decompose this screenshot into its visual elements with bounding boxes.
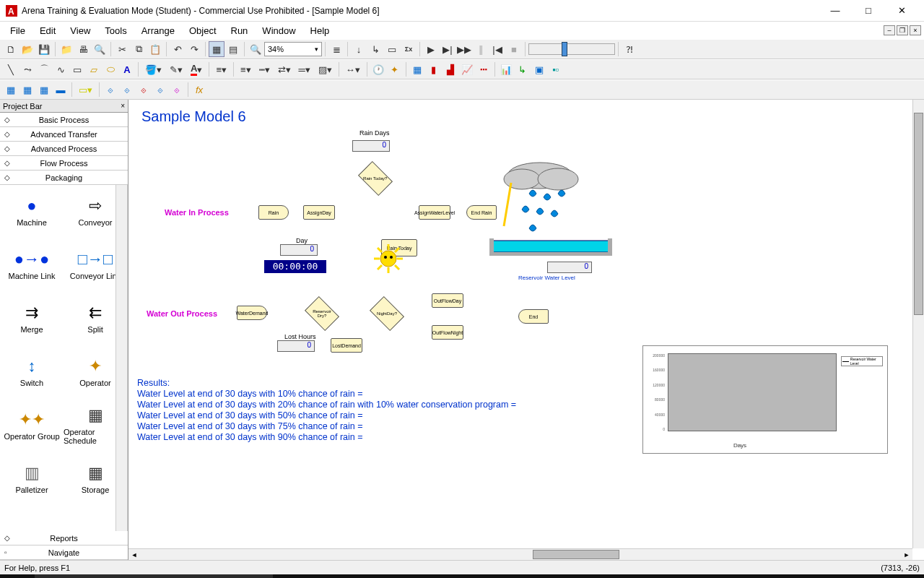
context-help-button[interactable]: ⁈ (622, 41, 637, 57)
minimize-button[interactable]: — (819, 0, 852, 22)
menu-file[interactable]: File (3, 23, 32, 38)
anim-route-icon[interactable]: ⟐ (119, 82, 135, 98)
text-color-button[interactable]: A▾ (187, 61, 206, 77)
template-basic-process[interactable]: Basic Process (0, 113, 128, 127)
line-weight-button[interactable]: ≡▾ (237, 61, 255, 77)
print-preview-button[interactable]: 🔍 (92, 41, 108, 57)
fast-forward-button[interactable]: ▶▶ (456, 41, 472, 57)
palette-scrollbar[interactable] (116, 185, 127, 531)
line-style-button[interactable]: ≡▾ (212, 61, 230, 77)
anim-promote-icon[interactable]: fx (191, 82, 207, 98)
menu-run[interactable]: Run (224, 23, 256, 38)
line-tool[interactable]: ╲ (3, 61, 19, 77)
connect-down-button[interactable]: ↓ (351, 41, 367, 57)
polygon-tool[interactable]: ▱ (86, 61, 102, 77)
level-icon[interactable]: ▮ (426, 61, 442, 77)
anim-segment-icon[interactable]: ⟐ (136, 82, 152, 98)
module-rain[interactable]: Rain (258, 205, 289, 220)
layers-button[interactable]: ≣ (328, 41, 344, 57)
template-advanced-process[interactable]: Advanced Process (0, 142, 128, 156)
variables-button[interactable]: Σx (401, 41, 417, 57)
paste-button[interactable]: 📋 (147, 41, 163, 57)
mdi-restore-button[interactable]: ❐ (897, 25, 908, 35)
menu-edit[interactable]: Edit (32, 23, 63, 38)
anim-storage-icon[interactable]: ▦ (19, 82, 35, 98)
fill-color-button[interactable]: 🪣▾ (141, 61, 165, 77)
palette-operator-group[interactable]: ✦✦Operator Group (0, 399, 64, 452)
queue-icon[interactable]: ▪▪▪ (476, 61, 492, 77)
print-button[interactable]: 🖶 (75, 41, 91, 57)
module-water-demand[interactable]: WaterDemand (237, 306, 267, 320)
arrow-style-button[interactable]: ⇄▾ (274, 61, 295, 77)
go-button[interactable]: ▶ (423, 41, 439, 57)
module-reservoir-dry[interactable]: Reservoir Dry? (305, 296, 339, 331)
plot-icon[interactable]: 📈 (459, 61, 475, 77)
rectangle-tool[interactable]: ▭ (69, 61, 85, 77)
template-navigate[interactable]: Navigate (0, 545, 128, 560)
polyline-tool[interactable]: ⤳ (19, 61, 35, 77)
speed-slider[interactable] (528, 43, 615, 55)
open-button[interactable]: 📂 (19, 41, 35, 57)
resource-icon[interactable]: 📊 (498, 61, 514, 77)
horizontal-scrollbar[interactable] (128, 548, 912, 560)
anim-network-icon[interactable]: ⟐ (169, 82, 185, 98)
menu-arrange[interactable]: Arrange (134, 23, 182, 38)
stop-button[interactable]: ■ (506, 41, 522, 57)
menu-tools[interactable]: Tools (97, 23, 134, 38)
menu-view[interactable]: View (63, 23, 97, 38)
module-assign-day[interactable]: AssignDay (303, 205, 335, 220)
start-button[interactable]: ⊞ (0, 574, 35, 578)
step-button[interactable]: ▶| (440, 41, 456, 57)
bezier-tool[interactable]: ∿ (53, 61, 69, 77)
text-tool[interactable]: A (119, 61, 135, 77)
toggle-view-button[interactable]: ▦ (209, 41, 225, 57)
palette-palletizer[interactable]: ▥Palletizer (0, 452, 64, 506)
anim-intersect-icon[interactable]: ⟐ (103, 82, 118, 98)
template-flow-process[interactable]: Flow Process (0, 156, 128, 171)
taskbar-search[interactable]: 🔍 Type here to search (35, 574, 273, 578)
palette-switch[interactable]: ↕Switch (0, 345, 64, 399)
project-bar-close-button[interactable]: × (121, 102, 125, 110)
module-rain-today-decide[interactable]: Rain Today? (358, 161, 393, 196)
anim-distance-icon[interactable]: ⟐ (152, 82, 168, 98)
maximize-button[interactable]: □ (852, 0, 885, 22)
anim-seize-icon[interactable]: ▬ (53, 82, 69, 98)
template-advanced-transfer[interactable]: Advanced Transfer (0, 127, 128, 142)
menu-help[interactable]: Help (303, 23, 337, 38)
palette-merge[interactable]: ⇉Merge (0, 292, 64, 345)
menu-window[interactable]: Window (255, 23, 302, 38)
arc-tool[interactable]: ⌒ (36, 61, 52, 77)
mdi-close-button[interactable]: × (910, 25, 921, 35)
transporter-icon[interactable]: ▪▫ (548, 61, 564, 77)
new-button[interactable]: 🗋 (3, 41, 19, 57)
module-night-day[interactable]: NightDay? (370, 296, 404, 331)
open-project-button[interactable]: 📁 (58, 41, 74, 57)
zoom-button[interactable]: 🔍 (248, 41, 263, 57)
template-packaging[interactable]: Packaging (0, 171, 128, 185)
line-color-button[interactable]: ✎▾ (166, 61, 186, 77)
dash-style-button[interactable]: ┅▾ (256, 61, 274, 77)
palette-machine-link[interactable]: ●→●Machine Link (0, 238, 64, 292)
copy-button[interactable]: ⧉ (131, 41, 147, 57)
start-over-button[interactable]: |◀ (489, 41, 505, 57)
split-view-button[interactable]: ▤ (225, 41, 241, 57)
zoom-combo[interactable]: 34% (264, 42, 322, 56)
variable-icon[interactable]: ▦ (409, 61, 425, 77)
vertical-scrollbar[interactable] (912, 100, 924, 548)
station-icon[interactable]: ▣ (531, 61, 547, 77)
module-outflow-night[interactable]: OutFlowNight (432, 325, 463, 340)
module-assign-water-level[interactable]: AssignWaterLevel (419, 205, 450, 220)
mdi-minimize-button[interactable]: – (884, 25, 895, 35)
anim-parking-icon[interactable]: ▦ (36, 82, 52, 98)
connect-right-button[interactable]: ↳ (367, 41, 383, 57)
histogram-icon[interactable]: ▟ (443, 61, 458, 77)
save-button[interactable]: 💾 (36, 41, 52, 57)
clock-icon[interactable]: 🕐 (370, 61, 386, 77)
fill-pattern-button[interactable]: ▨▾ (315, 61, 336, 77)
redo-button[interactable]: ↷ (186, 41, 202, 57)
module-outflow-day[interactable]: OutFlowDay (432, 293, 463, 308)
model-canvas[interactable]: Sample Model 6 Water In Process Rain Day… (128, 100, 912, 548)
close-button[interactable]: ✕ (885, 0, 918, 22)
module-end[interactable]: End (518, 309, 549, 324)
ellipse-tool[interactable]: ⬭ (103, 61, 118, 77)
